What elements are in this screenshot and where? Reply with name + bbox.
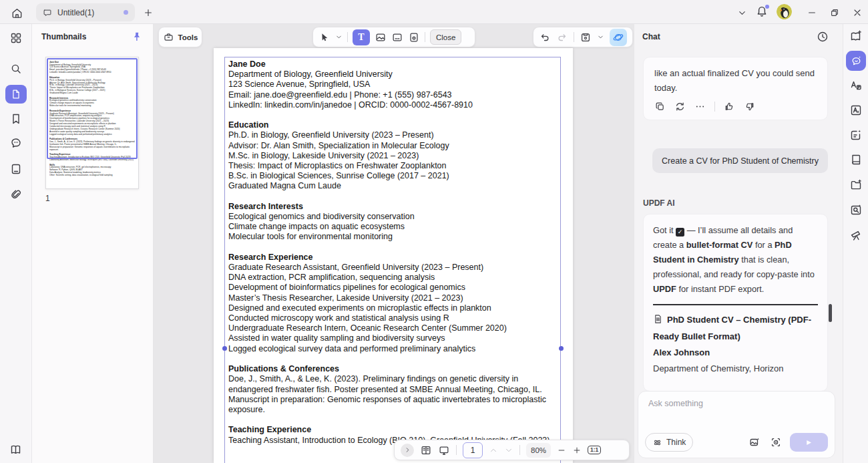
chat-input-icons bbox=[748, 436, 782, 448]
rail-item-explore[interactable] bbox=[849, 228, 863, 242]
redo-button[interactable] bbox=[556, 31, 568, 43]
rail-item-ai-chat[interactable] bbox=[846, 51, 866, 71]
textbox-left-handle[interactable] bbox=[222, 346, 227, 351]
sidebar-item-thumbnails[interactable] bbox=[5, 85, 27, 104]
restore-icon bbox=[829, 7, 840, 18]
save-button[interactable] bbox=[580, 31, 592, 43]
page-navigation-bar: 1 80% 1:1 bbox=[394, 440, 630, 460]
translate-icon bbox=[849, 79, 863, 92]
ai-chat-icon bbox=[850, 55, 863, 67]
zoom-in-button[interactable] bbox=[572, 446, 582, 455]
image-tool-button[interactable] bbox=[375, 31, 387, 43]
text-tool-button[interactable]: T bbox=[353, 29, 370, 45]
restore-button[interactable] bbox=[827, 5, 842, 20]
undo-button[interactable] bbox=[539, 31, 551, 43]
notifications-button[interactable] bbox=[755, 5, 770, 19]
bookmark-icon bbox=[9, 112, 23, 126]
link-tool-button[interactable] bbox=[391, 31, 403, 43]
sidebar-item-attachments[interactable] bbox=[9, 188, 23, 201]
page-number-input[interactable]: 1 bbox=[463, 442, 483, 458]
regenerate-icon[interactable] bbox=[674, 101, 686, 112]
rail-item-summary[interactable] bbox=[849, 29, 863, 43]
copy-icon[interactable] bbox=[654, 101, 666, 112]
chat-history-button[interactable] bbox=[816, 30, 829, 43]
left-sidebar bbox=[0, 24, 32, 463]
page-up-icon bbox=[489, 446, 498, 455]
toolbar-divider bbox=[347, 32, 348, 42]
updf-app-window: Untitled(1) bbox=[0, 0, 868, 463]
sidebar-item-reader[interactable] bbox=[9, 443, 23, 456]
thumbnail-viewport-box[interactable] bbox=[47, 58, 138, 159]
thumbnails-panel: Thumbnails Jane DoeDepartment of Biology… bbox=[32, 24, 154, 463]
toolbar-divider bbox=[425, 32, 425, 42]
rail-item-translate[interactable] bbox=[849, 79, 863, 92]
save-dropdown[interactable] bbox=[597, 33, 604, 41]
ask-input[interactable] bbox=[648, 397, 819, 410]
chat-input-toolbar: Think bbox=[645, 433, 828, 452]
message-actions bbox=[654, 101, 817, 112]
tab-icon bbox=[43, 8, 52, 17]
more-icon[interactable] bbox=[694, 101, 706, 112]
reading-mode-button[interactable] bbox=[420, 444, 432, 456]
sidebar-item-comments[interactable] bbox=[9, 136, 23, 150]
pdf-page[interactable]: Jane DoeDepartment of Biology, Greenfiel… bbox=[214, 48, 573, 463]
add-image-icon[interactable] bbox=[748, 436, 761, 448]
panel-drag-handle[interactable] bbox=[84, 27, 96, 29]
sidebar-item-search[interactable] bbox=[9, 62, 23, 75]
cursor-tool-button[interactable] bbox=[318, 31, 331, 43]
sidebar-item-apps[interactable] bbox=[9, 31, 23, 45]
close-button-label: Close bbox=[436, 33, 455, 41]
close-edit-button[interactable]: Close bbox=[430, 29, 461, 45]
pages-icon bbox=[9, 162, 23, 176]
screenshot-icon[interactable] bbox=[770, 436, 782, 448]
pin-panel-button[interactable] bbox=[131, 31, 143, 43]
document-tab[interactable]: Untitled(1) bbox=[36, 3, 135, 21]
thumbnail-page-number: 1 bbox=[45, 194, 50, 203]
sidebar-item-bookmarks[interactable] bbox=[9, 112, 23, 126]
zoom-level[interactable]: 80% bbox=[526, 443, 551, 458]
notification-dot bbox=[765, 5, 769, 9]
toolbox-icon bbox=[163, 31, 174, 43]
page-pin-tool-button[interactable] bbox=[408, 31, 420, 43]
add-tab-button[interactable] bbox=[142, 6, 155, 19]
rail-item-ai-notes[interactable] bbox=[849, 128, 863, 142]
avatar[interactable] bbox=[777, 4, 792, 19]
thumbs-up-icon[interactable] bbox=[724, 101, 735, 112]
home-button[interactable] bbox=[9, 5, 25, 21]
zoom-out-button[interactable] bbox=[557, 446, 566, 455]
actual-size-button[interactable]: 1:1 bbox=[588, 446, 601, 454]
close-window-button[interactable] bbox=[850, 5, 865, 20]
ai-message-previous: like an actual finalized CV you could se… bbox=[643, 57, 828, 120]
tools-button[interactable]: Tools bbox=[158, 27, 202, 47]
send-button[interactable] bbox=[790, 433, 828, 452]
note-sparkle-icon bbox=[849, 128, 863, 142]
text-edit-box[interactable]: Jane DoeDepartment of Biology, Greenfiel… bbox=[224, 57, 561, 463]
ai-search-icon bbox=[849, 203, 863, 216]
chevron-down-icon bbox=[335, 33, 343, 41]
page-thumbnail[interactable]: Jane DoeDepartment of Biology, Greenfiel… bbox=[45, 57, 139, 189]
edit-toolbar: T Close bbox=[312, 27, 475, 47]
previous-page-button[interactable] bbox=[489, 446, 498, 455]
cursor-tool-dropdown[interactable] bbox=[335, 33, 343, 41]
minimize-button[interactable] bbox=[805, 5, 819, 20]
titlebar-chevron-button[interactable] bbox=[734, 5, 749, 20]
ai-assistant-button[interactable] bbox=[610, 29, 627, 46]
rail-item-file-manager[interactable] bbox=[849, 178, 863, 192]
toolbar-divider bbox=[519, 445, 520, 455]
toolbar-divider bbox=[574, 32, 574, 42]
chat-panel: Chat like an actual finalized CV you cou… bbox=[634, 24, 843, 463]
thumbs-down-icon[interactable] bbox=[744, 101, 755, 112]
rail-item-translate-page[interactable] bbox=[849, 104, 863, 117]
ai-message-text: like an actual finalized CV you could se… bbox=[654, 66, 817, 96]
think-toggle-button[interactable]: Think bbox=[645, 433, 693, 452]
text-tool-icon: T bbox=[358, 33, 364, 42]
rail-item-library[interactable] bbox=[849, 153, 863, 166]
sidebar-item-pages[interactable] bbox=[9, 162, 23, 176]
rail-item-ai-search[interactable] bbox=[849, 203, 863, 216]
chat-scrollbar-thumb[interactable] bbox=[829, 304, 832, 322]
presentation-button[interactable] bbox=[438, 444, 450, 456]
history-icon bbox=[816, 30, 829, 43]
collapse-bar-button[interactable] bbox=[401, 444, 414, 457]
textbox-right-handle[interactable] bbox=[559, 346, 564, 351]
next-page-button[interactable] bbox=[504, 446, 513, 455]
